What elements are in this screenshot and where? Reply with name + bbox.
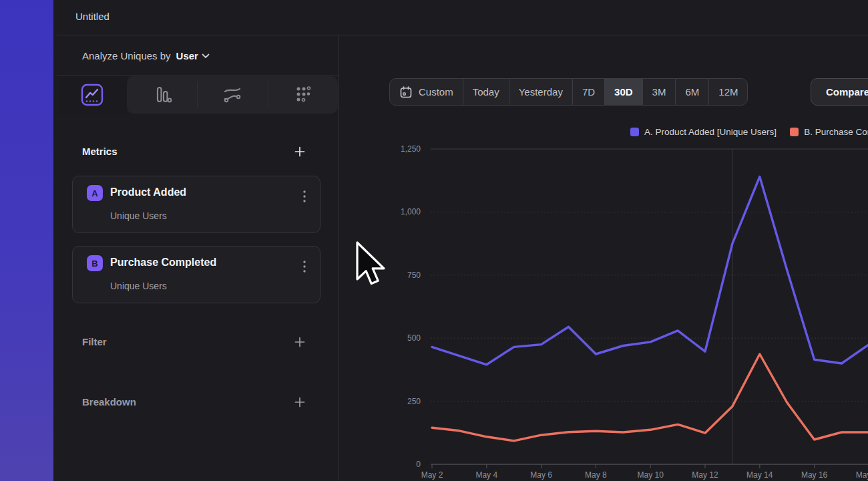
svg-text:May 2: May 2 [421, 470, 443, 480]
analyze-by-dropdown[interactable]: User [176, 50, 210, 61]
grid-dots-icon [291, 84, 314, 106]
report-title[interactable]: Untitled [75, 11, 110, 22]
range-label: Yesterday [519, 86, 563, 98]
add-breakdown-button[interactable] [293, 395, 306, 409]
legend-label: B. Purchase Completed [Unique Users] [804, 127, 868, 137]
metric-badge-b: B [87, 255, 103, 271]
compare-button[interactable]: Compare [811, 78, 868, 106]
add-filter-button[interactable] [293, 335, 306, 349]
svg-text:May 14: May 14 [746, 470, 773, 480]
chart-type-tab-group [127, 76, 338, 114]
svg-text:May 18: May 18 [856, 470, 868, 480]
range-label: 3M [652, 86, 666, 98]
sidebar-divider [338, 35, 339, 481]
chevron-down-icon [202, 53, 210, 59]
range-label: 12M [718, 86, 738, 98]
flow-icon [220, 83, 244, 107]
metric-badge-a: A [87, 185, 103, 201]
metric-subtitle[interactable]: Unique Users [110, 281, 167, 291]
decorative-gradient-strip [0, 0, 53, 481]
mouse-cursor [355, 240, 389, 294]
top-bar: Untitled [53, 0, 868, 35]
calendar-icon [399, 86, 413, 99]
range-today[interactable]: Today [463, 79, 509, 105]
range-12m[interactable]: 12M [709, 79, 747, 105]
svg-text:250: 250 [407, 397, 421, 406]
legend-item-a[interactable]: A. Product Added [Unique Users] [630, 127, 777, 137]
legend-label: A. Product Added [Unique Users] [644, 127, 777, 137]
tab-grid-breakdown[interactable] [268, 76, 338, 114]
tab-line-chart[interactable] [57, 75, 127, 114]
filter-heading: Filter [82, 336, 107, 347]
query-sidebar: Analyze Uniques by User [53, 35, 338, 481]
range-7d[interactable]: 7D [573, 79, 605, 105]
svg-text:0: 0 [416, 460, 421, 469]
range-label: 7D [582, 86, 595, 98]
breakdown-heading: Breakdown [82, 396, 136, 408]
range-30d[interactable]: 30D [605, 79, 643, 105]
svg-text:May 4: May 4 [475, 470, 497, 480]
tab-bar-chart[interactable] [127, 76, 197, 114]
analyze-by-row[interactable]: Analyze Uniques by User [82, 50, 210, 61]
legend-item-b[interactable]: B. Purchase Completed [Unique Users] [790, 127, 868, 137]
svg-text:750: 750 [407, 271, 421, 280]
range-yesterday[interactable]: Yesterday [509, 79, 573, 105]
plus-icon [294, 337, 305, 347]
svg-text:500: 500 [407, 333, 421, 343]
metric-menu-button[interactable] [298, 260, 310, 273]
svg-text:May 12: May 12 [692, 470, 718, 480]
bar-chart-icon [151, 84, 174, 106]
range-label: Today [473, 86, 499, 98]
plus-icon [294, 146, 305, 157]
chart-type-tabs [57, 75, 338, 114]
legend-swatch-a [630, 128, 639, 136]
range-3m[interactable]: 3M [643, 79, 676, 105]
analyze-by-label: Analyze Uniques by [82, 50, 171, 61]
metric-card-b[interactable]: B Purchase Completed Unique Users [72, 246, 320, 303]
plus-icon [294, 397, 305, 408]
kebab-icon [303, 190, 306, 202]
range-custom[interactable]: Custom [390, 79, 463, 105]
metric-title: Purchase Completed [110, 257, 216, 269]
svg-text:May 8: May 8 [585, 470, 607, 480]
metric-card-a[interactable]: A Product Added Unique Users [72, 176, 320, 233]
range-label: 30D [614, 86, 633, 98]
chart-legend: A. Product Added [Unique Users] B. Purch… [630, 127, 868, 137]
metric-title: Product Added [110, 186, 186, 198]
range-label: Custom [419, 86, 453, 98]
analyze-by-value: User [176, 50, 198, 61]
kebab-icon [303, 261, 306, 273]
metric-menu-button[interactable] [298, 190, 310, 203]
svg-text:May 10: May 10 [638, 470, 664, 480]
line-chart-icon [80, 83, 104, 107]
svg-text:May 6: May 6 [530, 470, 552, 480]
range-6m[interactable]: 6M [676, 79, 709, 105]
add-metric-button[interactable] [293, 145, 306, 158]
svg-text:1,000: 1,000 [401, 207, 421, 216]
tab-flow[interactable] [197, 76, 267, 114]
metrics-heading: Metrics [82, 146, 118, 157]
cursor-arrow-icon [355, 240, 389, 294]
svg-text:May 16: May 16 [801, 470, 828, 480]
legend-swatch-b [790, 128, 799, 136]
svg-text:1,250: 1,250 [401, 144, 421, 154]
date-range-control: CustomTodayYesterday7D30D3M6M12M [389, 78, 748, 106]
range-label: 6M [685, 86, 699, 98]
metric-subtitle[interactable]: Unique Users [110, 210, 167, 221]
